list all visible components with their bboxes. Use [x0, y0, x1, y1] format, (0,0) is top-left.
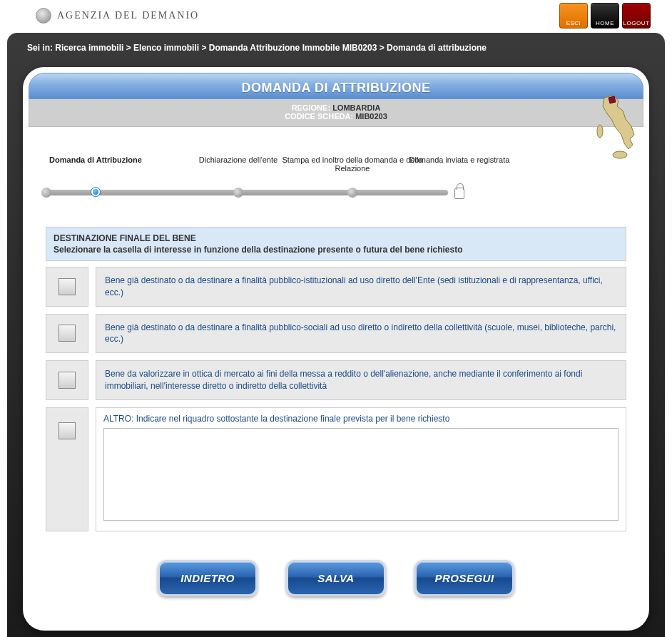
option-1-text: Bene già destinato o da destinare a fina… [96, 267, 626, 307]
button-row: INDIETRO SALVA PROSEGUI [46, 560, 626, 596]
code-value: MIB0203 [355, 112, 387, 121]
wizard-step-2: Dichiarazione dell'ente [181, 156, 295, 164]
page-header: DOMANDA DI ATTRIBUZIONE [29, 73, 643, 99]
section-title: DESTINAZIONE FINALE DEL BENE [54, 233, 618, 243]
option-4-cell: ALTRO: Indicare nel riquadro sottostante… [96, 407, 626, 531]
option-4-checkbox[interactable] [58, 422, 76, 439]
brand: AGENZIA DEL DEMANIO [36, 8, 199, 24]
wizard-step-1: Domanda di Attribuzione [39, 156, 153, 164]
brand-emblem-icon [36, 8, 51, 24]
next-button[interactable]: PROSEGUI [414, 560, 514, 596]
region-label: REGIONE: [292, 103, 330, 112]
breadcrumb: Sei in: Ricerca immobili > Elenco immobi… [7, 33, 665, 60]
option-check-cell [46, 360, 88, 400]
lock-icon [454, 188, 464, 199]
option-row-3: Bene da valorizzare in ottica di mercato… [46, 360, 626, 400]
esci-button[interactable]: ESCI [559, 3, 588, 29]
wizard-dot-active-icon [91, 188, 100, 196]
altro-textarea[interactable] [103, 428, 618, 521]
section-header: DESTINAZIONE FINALE DEL BENE Selezionare… [46, 227, 626, 261]
option-row-1: Bene già destinato o da destinare a fina… [46, 267, 626, 307]
top-bar: AGENZIA DEL DEMANIO ESCI HOME LOGOUT [0, 0, 672, 33]
wizard-bar [46, 190, 448, 195]
section-description: Selezionare la casella di interesse in f… [54, 245, 618, 255]
option-2-checkbox[interactable] [58, 325, 76, 342]
option-3-checkbox[interactable] [58, 372, 76, 389]
wizard-step-4: Domanda inviata e registrata [402, 156, 516, 164]
option-row-4: ALTRO: Indicare nel riquadro sottostante… [46, 407, 626, 531]
option-2-text: Bene già destinato o da destinare a fina… [96, 314, 626, 354]
option-4-label: ALTRO: Indicare nel riquadro sottostante… [103, 414, 618, 424]
content-area: Domanda di Attribuzione Dichiarazione de… [29, 127, 643, 611]
content-panel: DOMANDA DI ATTRIBUZIONE REGIONE: LOMBARD… [23, 67, 649, 631]
nav-buttons: ESCI HOME LOGOUT [559, 3, 651, 29]
option-3-text: Bene da valorizzare in ottica di mercato… [96, 360, 626, 400]
code-label: CODICE SCHEDA: [285, 112, 353, 121]
save-button[interactable]: SALVA [286, 560, 386, 596]
wizard-dot-icon [233, 188, 243, 198]
logout-button[interactable]: LOGOUT [622, 3, 651, 29]
main-frame: Sei in: Ricerca immobili > Elenco immobi… [7, 33, 665, 637]
page-title: DOMANDA DI ATTRIBUZIONE [29, 81, 643, 96]
brand-name: AGENZIA DEL DEMANIO [57, 10, 199, 21]
home-button[interactable]: HOME [591, 3, 619, 29]
option-check-cell [46, 267, 88, 307]
option-check-cell [46, 407, 88, 531]
region-value: LOMBARDIA [332, 103, 380, 112]
wizard: Domanda di Attribuzione Dichiarazione de… [46, 156, 626, 205]
sub-header: REGIONE: LOMBARDIA CODICE SCHEDA: MIB020… [29, 99, 643, 127]
wizard-dot-icon [347, 188, 357, 198]
option-check-cell [46, 314, 88, 354]
back-button[interactable]: INDIETRO [158, 560, 258, 596]
option-1-checkbox[interactable] [58, 278, 76, 295]
option-row-2: Bene già destinato o da destinare a fina… [46, 314, 626, 354]
